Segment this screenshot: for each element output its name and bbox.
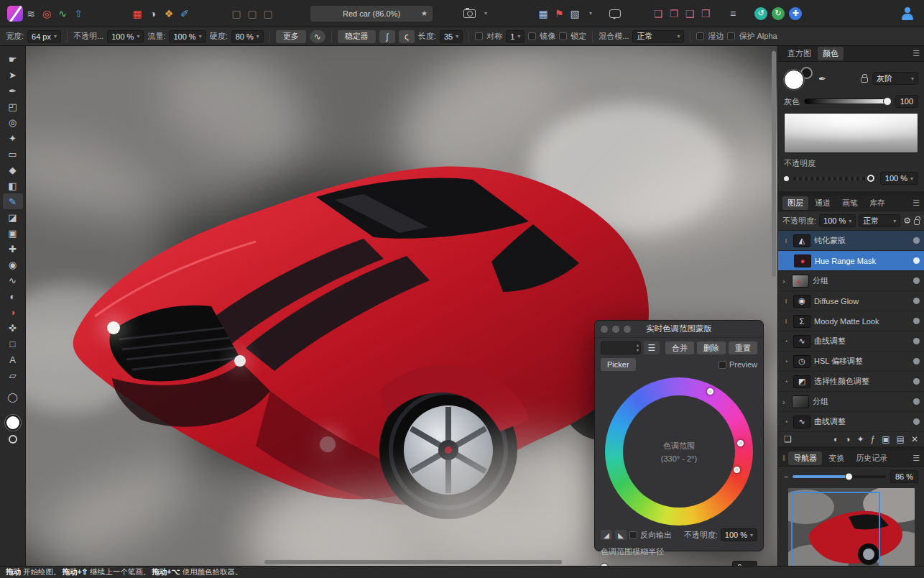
flow-field[interactable]: 100 %▾	[169, 30, 205, 43]
snapshot-icon-1[interactable]: ❏	[650, 5, 666, 22]
protect-alpha-checkbox[interactable]	[727, 32, 735, 40]
crop-tool[interactable]: ◰	[3, 98, 23, 114]
background-color-swatch[interactable]	[9, 435, 17, 444]
tab-color[interactable]: 颜色	[818, 47, 844, 60]
layer-row-unsharp-mask[interactable]: I ◭ 钝化蒙版	[778, 231, 924, 251]
symmetry-count-field[interactable]: 1▾	[506, 30, 525, 43]
wet-edges-checkbox[interactable]	[696, 32, 704, 40]
rotate-ccw-icon[interactable]: ↺	[754, 7, 767, 20]
layer-row-group-2[interactable]: › 分组	[778, 392, 924, 412]
close-icon[interactable]	[601, 326, 608, 333]
grid-table-icon[interactable]: ▦	[535, 5, 551, 22]
preset-select[interactable]: ▴▾	[601, 341, 641, 354]
layer-row-hsl[interactable]: ◔ ◷ HSL 偏移调整	[778, 352, 924, 372]
color-mode-select[interactable]: 灰阶▾	[872, 72, 918, 85]
flood-fill-tool[interactable]: ◆	[3, 162, 23, 178]
blur-radius-value[interactable]: 0 px	[732, 561, 757, 566]
healing-brush-tool[interactable]: ✚	[3, 241, 23, 257]
length-field[interactable]: 35▾	[440, 30, 463, 43]
gray-slider-knob[interactable]	[883, 97, 892, 106]
flag-icon[interactable]: ⚑	[551, 5, 567, 22]
develop-persona-icon[interactable]: ◎	[39, 5, 55, 22]
zoom-out-button[interactable]: −	[784, 472, 788, 481]
navigator-menu-icon[interactable]: ☰	[913, 454, 920, 463]
adjustment-button[interactable]: ◑	[845, 434, 850, 444]
duplicate-layer-button[interactable]: ❏	[784, 434, 792, 444]
picker-button[interactable]: Picker	[601, 358, 636, 371]
more-button[interactable]: 更多	[276, 30, 306, 43]
flood-select-tool[interactable]: ✦	[3, 130, 23, 146]
snapshot-icon-4[interactable]: ❒	[698, 5, 713, 22]
snapshot-icon-2[interactable]: ❐	[666, 5, 682, 22]
auto-white-balance-icon[interactable]: ✐	[177, 5, 193, 22]
layer-row-curves-2[interactable]: ◔ ∿ 曲线调整	[778, 412, 924, 432]
auto-levels-icon[interactable]: ▦	[129, 5, 145, 22]
gradient-tool[interactable]: ◧	[3, 178, 23, 193]
color-panel-menu-icon[interactable]: ☰	[913, 49, 920, 58]
expander-icon[interactable]: ›	[782, 398, 788, 406]
alignment-icon[interactable]: ≡	[725, 5, 741, 22]
zoom-value[interactable]: 86 %	[890, 470, 918, 483]
window-stabilizer-icon[interactable]: ς	[399, 30, 415, 43]
view-tool[interactable]: ☛	[3, 51, 23, 67]
selection-mode-subtract-icon[interactable]: ▢	[260, 5, 276, 22]
opacity-field[interactable]: 100 %▾	[107, 30, 144, 43]
marquee-tool[interactable]: ▭	[3, 146, 23, 162]
zoom-knob[interactable]	[845, 473, 853, 481]
gray-value[interactable]: 100	[895, 95, 918, 108]
tab-history[interactable]: 历史记录	[851, 451, 892, 465]
layer-visibility-toggle[interactable]	[913, 338, 920, 344]
swatch-dropdown-icon[interactable]: ▾	[583, 5, 599, 22]
blur-brush-tool[interactable]: ◉	[3, 257, 23, 272]
layer-visibility-toggle[interactable]	[913, 257, 920, 264]
tab-navigator[interactable]: 导航器	[788, 451, 822, 465]
delete-layer-button[interactable]: ✕	[911, 434, 918, 444]
tab-transform[interactable]: 变换	[823, 451, 849, 465]
export-persona-icon[interactable]: ⇧	[70, 5, 86, 22]
layer-visibility-toggle[interactable]	[913, 318, 920, 324]
delete-button[interactable]: 删除	[697, 341, 726, 354]
preset-menu-icon[interactable]: ☰	[644, 341, 660, 354]
favorite-star-icon[interactable]: ★	[421, 9, 428, 17]
layers-panel-menu-icon[interactable]: ☰	[913, 198, 920, 208]
color-wheel-selector[interactable]	[784, 67, 814, 90]
fx-button[interactable]: ƒ	[871, 434, 876, 444]
camera-icon[interactable]	[461, 5, 478, 22]
dialog-titlebar[interactable]: 实时色调范围蒙版	[595, 321, 763, 338]
add-layer-button[interactable]: ▤	[897, 434, 905, 444]
rectangle-tool[interactable]: □	[3, 336, 23, 352]
liquify-tool[interactable]: ✜	[3, 320, 23, 336]
sync-icon[interactable]: ✚	[789, 7, 802, 20]
layer-visibility-toggle[interactable]	[913, 418, 920, 425]
brush-stroke-icon[interactable]: ∿	[310, 30, 325, 43]
layer-visibility-toggle[interactable]	[913, 378, 920, 385]
live-filter-button[interactable]: ✦	[857, 434, 864, 444]
account-person-icon[interactable]	[898, 5, 917, 22]
tab-channels[interactable]: 通道	[810, 196, 836, 210]
layer-visibility-toggle[interactable]	[913, 358, 920, 364]
foreground-color-swatch[interactable]	[5, 415, 21, 431]
shape-tool[interactable]: ▱	[3, 367, 23, 383]
blur-radius-knob[interactable]	[600, 563, 609, 566]
primary-color-circle[interactable]	[784, 70, 804, 90]
rope-stabilizer-icon[interactable]: ∫	[379, 30, 395, 43]
selection-mode-add-icon[interactable]: ▢	[244, 5, 260, 22]
color-picker-tool[interactable]: ✒	[3, 83, 23, 98]
layer-row-hue-range-mask[interactable]: ● Hue Range Mask	[778, 251, 924, 271]
color-opacity-knob[interactable]	[867, 175, 874, 182]
layer-visibility-toggle[interactable]	[913, 298, 920, 304]
clone-brush-tool[interactable]: ▣	[3, 225, 23, 241]
layer-lock-icon[interactable]	[914, 219, 920, 225]
assistant-bubble-icon[interactable]	[607, 5, 623, 22]
navigator-thumbnail[interactable]	[788, 488, 915, 574]
selection-mode-new-icon[interactable]: ▢	[228, 5, 244, 22]
liquify-persona-icon[interactable]: ≋	[23, 5, 39, 22]
viewport-rectangle[interactable]	[791, 492, 880, 569]
text-tool[interactable]: A	[3, 352, 23, 367]
color-opacity-slider[interactable]	[793, 177, 876, 180]
zoom-slider[interactable]	[793, 475, 885, 478]
invert-output-checkbox[interactable]	[629, 531, 637, 539]
burn-brush-tool[interactable]: ◑	[3, 304, 23, 320]
dodge-brush-tool[interactable]: ◐	[3, 288, 23, 304]
gray-slider[interactable]	[804, 98, 891, 104]
